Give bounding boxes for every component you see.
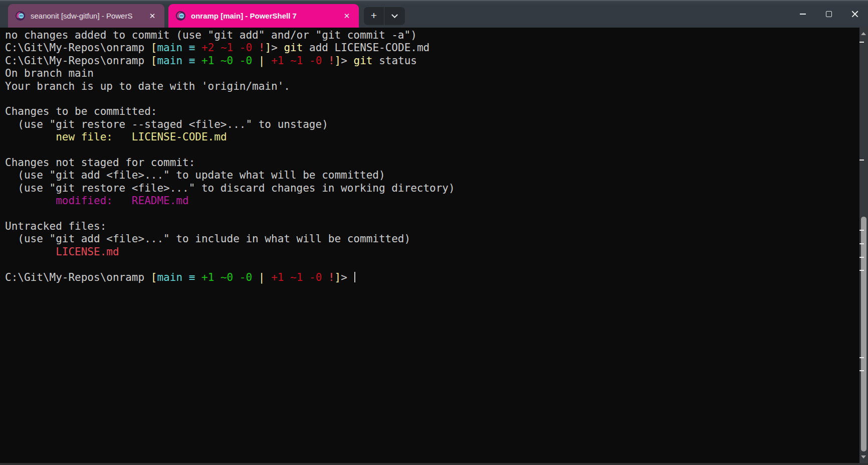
tab-actions: +	[364, 7, 405, 25]
scrollbar-prompt-mark	[859, 230, 864, 231]
scrollbar-prompt-mark	[859, 357, 864, 358]
scrollbar-thumb[interactable]	[861, 217, 866, 451]
terminal-line: (use "git add <file>..." to include in w…	[5, 233, 859, 245]
terminal-line: Your branch is up to date with 'origin/m…	[5, 80, 859, 93]
plus-icon: +	[371, 10, 377, 22]
terminal-line	[5, 258, 859, 271]
scrollbar-prompt-mark	[859, 257, 864, 258]
terminal-line: Changes to be committed:	[5, 105, 859, 118]
tab-onramp-active[interactable]: onramp [main] - PowerShell 7 ✕	[168, 4, 359, 28]
titlebar: seanonit [sdw-gitfun] - PowerS ✕ onramp …	[0, 0, 868, 28]
tab-seanonit[interactable]: seanonit [sdw-gitfun] - PowerS ✕	[8, 4, 164, 28]
terminal-line: (use "git restore --staged <file>..." to…	[5, 118, 859, 131]
tab-title: seanonit [sdw-gitfun] - PowerS	[31, 12, 140, 20]
tab-close-icon[interactable]: ✕	[145, 9, 159, 23]
window-controls	[790, 0, 868, 28]
scrollbar-down-button[interactable]	[861, 455, 866, 458]
terminal-line: no changes added to commit (use "git add…	[5, 29, 859, 42]
minimize-button[interactable]	[790, 0, 816, 28]
terminal-line: Untracked files:	[5, 220, 859, 233]
terminal-line	[5, 93, 859, 105]
terminal-output: no changes added to commit (use "git add…	[5, 29, 859, 284]
new-tab-button[interactable]: +	[364, 7, 384, 25]
scrollbar-up-button[interactable]	[861, 32, 866, 35]
scrollbar-prompt-mark	[859, 160, 864, 161]
powershell-avatar-icon	[175, 11, 186, 21]
terminal-line: new file: LICENSE-CODE.md	[5, 131, 859, 143]
powershell-avatar-icon	[15, 11, 26, 21]
terminal-line: modified: README.md	[5, 195, 859, 207]
scrollbar-prompt-mark	[859, 270, 864, 271]
terminal-line: (use "git add <file>..." to update what …	[5, 169, 859, 182]
window-bottom-edge	[0, 463, 868, 465]
tab-strip: seanonit [sdw-gitfun] - PowerS ✕ onramp …	[8, 4, 359, 28]
terminal-line: LICENSE.md	[5, 246, 859, 258]
scrollbar[interactable]	[859, 28, 868, 463]
minimize-icon	[800, 14, 806, 15]
close-icon	[851, 11, 858, 18]
scrollbar-prompt-mark	[859, 370, 864, 371]
terminal-line	[5, 208, 859, 220]
terminal-cursor	[354, 272, 355, 282]
terminal-line: C:\Git\My-Repos\onramp [main ≡ +2 ~1 -0 …	[5, 42, 859, 54]
scrollbar-prompt-mark	[859, 42, 864, 43]
terminal-viewport[interactable]: no changes added to commit (use "git add…	[0, 28, 859, 463]
maximize-button[interactable]	[816, 0, 842, 28]
terminal-line: Changes not staged for commit:	[5, 157, 859, 169]
close-button[interactable]	[842, 0, 868, 28]
tab-close-icon[interactable]: ✕	[340, 9, 354, 23]
terminal-line: C:\Git\My-Repos\onramp [main ≡ +1 ~0 -0 …	[5, 271, 859, 284]
terminal-line: (use "git restore <file>..." to discard …	[5, 182, 859, 195]
scrollbar-prompt-mark	[859, 243, 864, 244]
tab-dropdown-button[interactable]	[384, 7, 405, 25]
chevron-down-icon	[391, 12, 398, 18]
terminal-line: On branch main	[5, 67, 859, 80]
tab-title: onramp [main] - PowerShell 7	[191, 12, 335, 20]
terminal-line: C:\Git\My-Repos\onramp [main ≡ +1 ~0 -0 …	[5, 55, 859, 67]
maximize-icon	[826, 11, 832, 17]
terminal-line	[5, 144, 859, 157]
